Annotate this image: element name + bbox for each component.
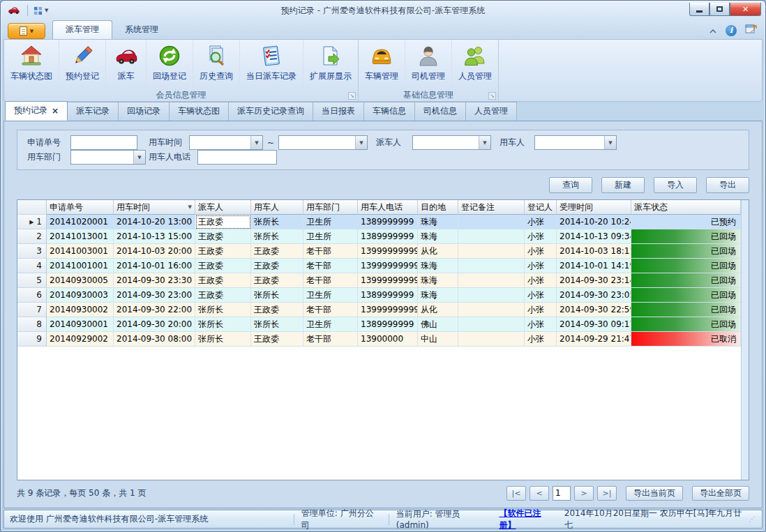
doc-tab[interactable]: 预约记录× — [5, 101, 68, 121]
grid-cell[interactable]: 卫生所 — [303, 288, 358, 303]
grid-cell[interactable]: 2014-10-01 16:00 — [114, 259, 195, 273]
ribbon-button[interactable]: 车辆状态图 — [4, 40, 59, 89]
grid-cell[interactable]: 王政委 — [195, 244, 251, 259]
grid-cell[interactable]: 2014-09-30 23:00 — [114, 288, 195, 303]
status-cell[interactable]: 已回场 — [631, 288, 741, 303]
grid-cell[interactable]: 1389999999 — [358, 229, 418, 244]
grid-cell[interactable]: 20141003001 — [47, 244, 114, 259]
grid-cell[interactable]: 珠海 — [418, 215, 458, 229]
grid-cell[interactable]: 2014-09-30 23:30 — [114, 273, 195, 288]
dialog-launcher-icon[interactable]: ↘ — [348, 92, 356, 100]
page-number-input[interactable] — [553, 486, 571, 501]
ribbon-button[interactable]: 扩展屏显示 — [303, 40, 358, 89]
grid-cell[interactable]: 1389999999 — [358, 215, 418, 229]
table-row[interactable]: 5201409300052014-09-30 23:30王政委王政委老干部139… — [17, 273, 741, 288]
chevron-down-icon[interactable]: ▼ — [133, 151, 145, 164]
column-header[interactable]: 申请单号 — [47, 200, 114, 215]
grid-cell[interactable]: 小张 — [525, 244, 557, 259]
use-time-from-combo[interactable]: ▼ — [189, 135, 263, 150]
grid-cell[interactable]: 2014-09-30 23:05 — [557, 288, 631, 303]
grid-cell[interactable]: 珠海 — [418, 273, 458, 288]
grid-cell[interactable]: 佛山 — [418, 317, 458, 332]
minimize-button[interactable] — [689, 3, 709, 16]
grid-cell[interactable]: 2014-09-30 22:59 — [557, 303, 631, 317]
grid-cell[interactable]: 小张 — [525, 332, 557, 347]
grid-cell[interactable]: 2014-09-30 09:17 — [557, 317, 631, 332]
grid-cell[interactable]: 王政委 — [195, 259, 251, 273]
grid-cell[interactable]: 13999999999 — [358, 303, 418, 317]
doc-tab[interactable]: 当日报表 — [313, 102, 364, 121]
grid-cell[interactable]: 小张 — [525, 288, 557, 303]
table-row[interactable]: 8201409300012014-09-30 20:00张所长张所长卫生所138… — [17, 317, 741, 332]
new-button[interactable]: 新建 — [601, 177, 645, 193]
ribbon-tab-system[interactable]: 系统管理 — [112, 21, 171, 39]
doc-tab[interactable]: 司机信息 — [414, 102, 466, 121]
grid-cell[interactable]: 2014-09-30 08:00 — [114, 332, 195, 347]
import-button[interactable]: 导入 — [654, 177, 697, 193]
grid-cell[interactable]: 2014-10-13 15:00 — [114, 229, 195, 244]
grid-cell[interactable]: 小张 — [525, 317, 557, 332]
chevron-down-icon[interactable]: ▼ — [604, 136, 616, 149]
doc-tab[interactable]: 派车历史记录查询 — [228, 102, 313, 121]
close-button[interactable]: ✕ — [730, 3, 761, 16]
prev-page-button[interactable]: < — [530, 486, 549, 501]
grid-cell[interactable]: 2014-09-30 23:14 — [557, 273, 631, 288]
grid-cell[interactable]: 珠海 — [418, 229, 458, 244]
grid-cell[interactable]: 2014-10-03 20:00 — [114, 244, 195, 259]
status-cell[interactable]: 已取消 — [631, 332, 741, 347]
grid-cell[interactable]: 张所长 — [195, 332, 251, 347]
ribbon-button[interactable]: 派车 — [106, 40, 147, 89]
column-header[interactable]: 目的地 — [418, 200, 458, 215]
column-header[interactable]: 受理时间 — [557, 200, 631, 215]
doc-tab[interactable]: 回场记录 — [118, 102, 170, 121]
grid-cell[interactable]: 13999999999 — [358, 259, 418, 273]
column-header[interactable]: 用车部门 — [303, 200, 358, 215]
grid-cell[interactable]: 2014-09-30 22:00 — [114, 303, 195, 317]
column-header[interactable]: 用车时间▼ — [114, 200, 195, 215]
grid-cell[interactable] — [458, 332, 525, 347]
grid-cell[interactable]: 王政委 — [195, 273, 251, 288]
grid-cell[interactable]: 老干部 — [303, 273, 358, 288]
grid-cell[interactable]: 2014-09-30 20:00 — [114, 317, 195, 332]
ribbon-button[interactable]: 人员管理 — [452, 40, 498, 89]
grid-cell[interactable]: 张所长 — [195, 303, 251, 317]
grid-cell[interactable]: 张所长 — [251, 288, 303, 303]
export-all-pages-button[interactable]: 导出全部页 — [692, 486, 749, 501]
ribbon-button[interactable]: 司机管理 — [405, 40, 452, 89]
ribbon-tab-dispatch[interactable]: 派车管理 — [52, 20, 112, 39]
chevron-down-icon[interactable]: ▼ — [355, 136, 367, 149]
phone-input[interactable] — [197, 150, 277, 165]
grid-cell[interactable]: 20140930005 — [47, 273, 114, 288]
table-row[interactable]: 7201409300022014-09-30 22:00张所长王政委老干部139… — [17, 303, 741, 317]
last-page-button[interactable]: >| — [597, 486, 617, 501]
column-header[interactable]: 登记备注 — [458, 200, 525, 215]
table-row[interactable]: 4201410010012014-10-01 16:00王政委王政委老干部139… — [17, 259, 741, 273]
ribbon-button[interactable]: 车辆管理 — [359, 40, 405, 89]
grid-cell[interactable]: 卫生所 — [303, 229, 358, 244]
grid-cell[interactable]: 老干部 — [303, 259, 358, 273]
ribbon-button[interactable]: 回场登记 — [147, 40, 193, 89]
grid-cell[interactable]: 张所长 — [251, 317, 303, 332]
doc-tab[interactable]: 车辆状态图 — [169, 102, 229, 121]
grid-cell[interactable]: 小张 — [525, 215, 557, 229]
table-row[interactable]: 9201409290022014-09-30 08:00张所长王政委老干部139… — [17, 332, 741, 347]
grid-cell[interactable]: 20140930003 — [47, 288, 114, 303]
grid-cell[interactable]: 小张 — [525, 303, 557, 317]
application-menu-button[interactable]: ▼ — [8, 23, 45, 39]
first-page-button[interactable]: |< — [506, 486, 526, 501]
status-cell[interactable]: 已回场 — [631, 229, 741, 244]
status-cell[interactable]: 已回场 — [631, 244, 741, 259]
close-icon[interactable]: × — [52, 107, 59, 114]
grid-cell[interactable]: 王政委 — [195, 229, 251, 244]
doc-tab[interactable]: 派车记录 — [67, 102, 119, 121]
app-no-input[interactable] — [70, 135, 137, 150]
grid-cell[interactable]: 张所长 — [251, 229, 303, 244]
query-button[interactable]: 查询 — [549, 177, 592, 193]
ribbon-button[interactable]: 预约登记 — [59, 40, 106, 89]
grid-cell[interactable]: 王政委 — [251, 273, 303, 288]
dispatcher-combo[interactable]: ▼ — [412, 135, 491, 150]
grid-cell[interactable]: 老干部 — [303, 244, 358, 259]
status-cell[interactable]: 已回场 — [631, 259, 741, 273]
grid-cell[interactable] — [458, 288, 525, 303]
sort-filter-icon[interactable]: ▼ — [188, 204, 192, 210]
